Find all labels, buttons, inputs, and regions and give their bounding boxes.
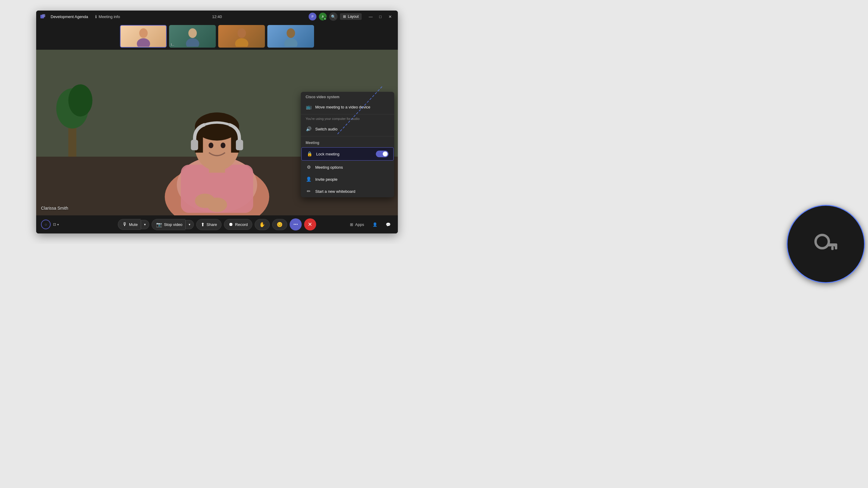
title-bar-right: P A 🔍 ⊞ Layout — □ ✕ <box>309 12 394 21</box>
participants-button[interactable]: 👤 <box>370 221 380 229</box>
menu-divider-2 <box>301 136 394 136</box>
menu-divider-1 <box>301 114 394 115</box>
svg-point-8 <box>287 28 295 38</box>
mic-icon: 🎙 <box>122 222 127 227</box>
mute-dropdown[interactable]: ▾ <box>141 220 149 229</box>
speaker-name: Clarissa Smith <box>41 206 68 210</box>
maximize-button[interactable]: □ <box>376 12 384 21</box>
svg-point-26 <box>209 142 213 148</box>
chat-icon: 💬 <box>386 222 391 227</box>
svg-point-3 <box>137 38 150 47</box>
title-bar: Development Agenda ℹ Meeting info 12:40 … <box>36 10 398 23</box>
thumb-name-2: I... <box>171 43 174 46</box>
thumbnails-bar: I... <box>36 23 398 50</box>
move-to-device-label: Move meeting to a video device <box>315 105 370 109</box>
toolbar-right: ⊞ Apps 👤 💬 <box>347 221 393 229</box>
invite-people-label: Invite people <box>315 177 338 182</box>
switch-audio-item[interactable]: 🔊 Switch audio <box>301 123 394 135</box>
record-label: Record <box>235 222 248 227</box>
lock-icon: 🔒 <box>307 151 313 157</box>
video-button-group: 📷 Stop video ▾ <box>152 219 194 230</box>
search-button[interactable]: 🔍 <box>329 12 338 21</box>
title-bar-time: 12:40 <box>212 14 222 19</box>
meeting-options-item[interactable]: ⚙ Meeting options <box>301 161 394 173</box>
toolbar-left: ○ ⊡ ▾ <box>41 220 59 229</box>
participants-icon: 👤 <box>373 222 377 227</box>
chat-button[interactable]: 💬 <box>383 221 393 229</box>
toolbar: ○ ⊡ ▾ 🎙 Mute ▾ 📷 Stop video <box>36 216 398 233</box>
record-button[interactable]: ⏺ Record <box>224 219 252 230</box>
raise-hand-button[interactable]: ✋ <box>255 219 270 230</box>
stop-video-button[interactable]: 📷 Stop video <box>152 219 185 230</box>
svg-rect-25 <box>236 140 243 150</box>
more-button[interactable]: ··· <box>290 218 302 230</box>
layout-icon: ⊞ <box>343 14 346 19</box>
svg-point-2 <box>139 28 148 38</box>
caption-icon: ⊡ <box>53 222 56 227</box>
thumb-person-4 <box>267 25 314 47</box>
svg-point-4 <box>188 28 197 38</box>
mute-button-group: 🎙 Mute ▾ <box>118 219 149 230</box>
camera-icon: 📷 <box>156 222 162 227</box>
svg-point-6 <box>238 28 246 38</box>
end-icon: ✕ <box>308 221 312 228</box>
avatar-user1[interactable]: P <box>309 13 316 21</box>
lock-meeting-item[interactable]: 🔒 Lock meeting <box>301 147 394 161</box>
teams-window: Development Agenda ℹ Meeting info 12:40 … <box>36 10 398 233</box>
meeting-section-header: Meeting <box>301 138 394 147</box>
meeting-info-icon: ℹ <box>95 14 97 19</box>
title-bar-left: Development Agenda ℹ Meeting info <box>40 13 122 20</box>
window-title: Development Agenda <box>51 14 88 19</box>
emoji-icon: 😊 <box>277 222 283 227</box>
hand-icon: ✋ <box>259 222 265 227</box>
end-call-button[interactable]: ✕ <box>304 218 316 230</box>
lock-toggle[interactable] <box>376 151 389 157</box>
layout-button[interactable]: ⊞ Layout <box>340 13 362 20</box>
move-to-device-item[interactable]: 📺 Move meeting to a video device <box>301 101 394 113</box>
share-button[interactable]: ⬆ Share <box>196 219 221 230</box>
svg-rect-1 <box>42 14 45 17</box>
start-whiteboard-item[interactable]: ✏ Start a new whiteboard <box>301 185 394 197</box>
main-area: I... <box>36 23 398 233</box>
thumb-person-3 <box>218 25 265 47</box>
close-button[interactable]: ✕ <box>386 12 394 21</box>
participant-thumbnail-4[interactable] <box>267 25 314 47</box>
apps-button[interactable]: ⊞ Apps <box>347 221 367 229</box>
reactions-button[interactable]: 😊 <box>272 219 287 230</box>
svg-point-15 <box>68 84 93 117</box>
invite-people-item[interactable]: 👤 Invite people <box>301 173 394 185</box>
caption-toggle[interactable]: ⊡ ▾ <box>53 222 59 227</box>
cisco-section-header: Cisco video system <box>301 92 394 101</box>
minimize-button[interactable]: — <box>367 12 375 21</box>
meeting-options-label: Meeting options <box>315 165 343 170</box>
thumb-person-2 <box>169 25 216 47</box>
audio-icon: 🔊 <box>306 126 312 132</box>
invite-icon: 👤 <box>306 176 312 182</box>
window-controls: — □ ✕ <box>367 12 394 21</box>
svg-point-29 <box>207 198 227 212</box>
meeting-info-button[interactable]: ℹ Meeting info <box>93 14 122 20</box>
participant-thumbnail-1[interactable] <box>120 25 167 47</box>
teams-logo <box>40 13 46 20</box>
apps-icon: ⊞ <box>350 222 353 227</box>
layout-label: Layout <box>348 14 359 19</box>
switch-audio-label: Switch audio <box>315 127 338 131</box>
participant-thumbnail-3[interactable] <box>218 25 265 47</box>
apps-label: Apps <box>355 222 364 227</box>
record-icon: ⏺ <box>228 222 233 227</box>
video-feed: Clarissa Smith Cisco video system 📺 Move… <box>36 50 398 216</box>
video-dropdown[interactable]: ▾ <box>185 220 194 229</box>
meeting-info-label: Meeting info <box>98 14 120 19</box>
svg-point-9 <box>284 38 298 47</box>
video-device-icon: 📺 <box>306 104 312 110</box>
lock-meeting-label: Lock meeting <box>316 152 339 156</box>
svg-point-7 <box>235 38 248 47</box>
svg-point-27 <box>221 142 225 148</box>
participant-thumbnail-2[interactable]: I... <box>169 25 216 47</box>
more-icon: ··· <box>293 221 298 228</box>
avatar-user2[interactable]: A <box>319 13 327 21</box>
svg-rect-24 <box>191 140 198 150</box>
share-label: Share <box>207 222 217 227</box>
whiteboard-icon: ✏ <box>306 188 312 194</box>
mute-button[interactable]: 🎙 Mute <box>118 219 141 230</box>
